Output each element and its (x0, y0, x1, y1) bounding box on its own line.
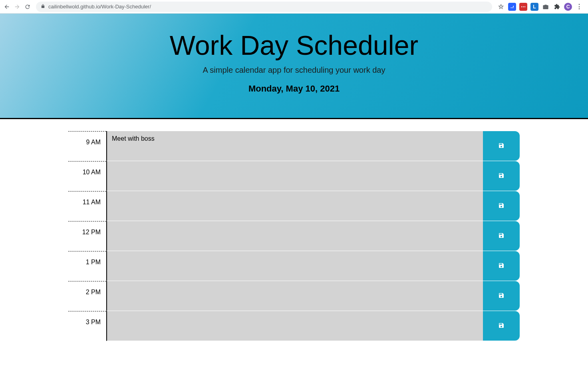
event-input[interactable] (106, 251, 483, 281)
svg-point-0 (521, 6, 522, 7)
save-button[interactable] (483, 161, 520, 191)
svg-point-1 (523, 6, 524, 7)
camera-extension-icon[interactable] (542, 3, 550, 11)
schedule-container: 9 AM10 AM11 AM12 PM1 PM2 PM3 PM (68, 131, 520, 341)
time-block: 2 PM (68, 281, 520, 311)
hour-label: 9 AM (68, 131, 106, 161)
hour-label: 3 PM (68, 311, 106, 341)
event-input[interactable] (106, 161, 483, 191)
bookmark-star-icon[interactable]: ☆ (497, 3, 505, 11)
event-input[interactable] (106, 281, 483, 311)
zoom-extension-icon[interactable] (508, 3, 516, 11)
save-button[interactable] (483, 251, 520, 281)
url-bar[interactable]: cailinbellwold.github.io/Work-Day-Schedu… (36, 2, 492, 12)
save-icon (498, 232, 505, 240)
save-icon (498, 322, 505, 330)
lock-icon (41, 4, 45, 9)
extensions-icon[interactable] (553, 3, 561, 11)
save-icon (498, 262, 505, 270)
save-button[interactable] (483, 221, 520, 251)
save-icon (498, 142, 505, 150)
hour-label: 12 PM (68, 221, 106, 251)
url-text: cailinbellwold.github.io/Work-Day-Schedu… (48, 4, 151, 10)
event-input[interactable] (106, 311, 483, 341)
save-icon (498, 172, 505, 180)
time-block: 11 AM (68, 191, 520, 221)
event-input[interactable] (106, 221, 483, 251)
time-block: 1 PM (68, 251, 520, 281)
time-block: 3 PM (68, 311, 520, 341)
time-block: 10 AM (68, 161, 520, 191)
hour-label: 2 PM (68, 281, 106, 311)
hour-label: 1 PM (68, 251, 106, 281)
profile-avatar[interactable]: C (564, 3, 572, 11)
save-icon (498, 202, 505, 210)
page-title: Work Day Scheduler (8, 30, 580, 61)
save-button[interactable] (483, 311, 520, 341)
back-button[interactable] (3, 3, 10, 10)
chrome-actions: ☆ L C ⋮ (497, 3, 585, 11)
page-subtitle: A simple calendar app for scheduling you… (8, 66, 580, 75)
lastpass-extension-icon[interactable] (519, 3, 527, 11)
l-extension-icon[interactable]: L (530, 3, 538, 11)
event-input[interactable] (106, 131, 483, 161)
save-button[interactable] (483, 131, 520, 161)
forward-button[interactable] (14, 3, 21, 10)
save-button[interactable] (483, 281, 520, 311)
save-button[interactable] (483, 191, 520, 221)
page-viewport[interactable]: Work Day Scheduler A simple calendar app… (0, 14, 588, 369)
browser-chrome: cailinbellwold.github.io/Work-Day-Schedu… (0, 0, 588, 14)
header-jumbotron: Work Day Scheduler A simple calendar app… (0, 14, 588, 119)
nav-buttons (3, 3, 31, 10)
hour-label: 11 AM (68, 191, 106, 221)
current-date: Monday, May 10, 2021 (8, 84, 580, 94)
time-block: 9 AM (68, 131, 520, 161)
svg-point-2 (524, 6, 525, 7)
time-block: 12 PM (68, 221, 520, 251)
chrome-menu-icon[interactable]: ⋮ (575, 3, 583, 11)
reload-button[interactable] (24, 3, 31, 10)
hour-label: 10 AM (68, 161, 106, 191)
save-icon (498, 292, 505, 300)
event-input[interactable] (106, 191, 483, 221)
